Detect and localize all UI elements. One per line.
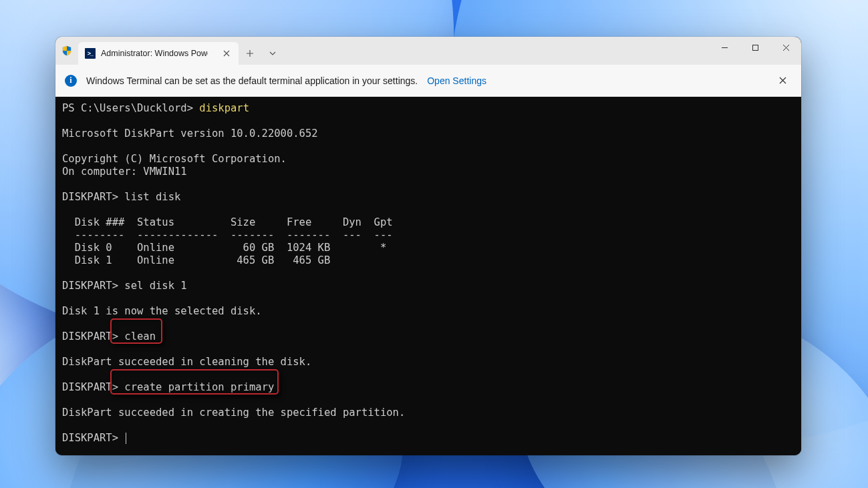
diskpart-prompt: DISKPART>: [62, 191, 124, 203]
output-line: Disk 1 is now the selected disk.: [62, 305, 262, 317]
open-settings-link[interactable]: Open Settings: [427, 75, 486, 86]
tab-close-button[interactable]: [220, 47, 233, 60]
minimize-button[interactable]: [709, 37, 740, 58]
output-line: DiskPart succeeded in cleaning the disk.: [62, 356, 311, 368]
output-line: Microsoft DiskPart version 10.0.22000.65…: [62, 128, 318, 140]
terminal-window: Administrator: Windows Powe i Windows Te…: [55, 37, 801, 455]
table-header: Disk ### Status Size Free Dyn Gpt: [62, 216, 393, 228]
info-icon: i: [65, 75, 77, 87]
command-seldisk: sel disk 1: [124, 280, 186, 292]
uac-shield-icon: [55, 37, 78, 65]
info-message: Windows Terminal can be set as the defau…: [86, 75, 418, 86]
new-tab-button[interactable]: [239, 42, 261, 65]
tab-active[interactable]: Administrator: Windows Powe: [78, 42, 239, 65]
svg-rect-0: [752, 45, 758, 50]
diskpart-prompt: DISKPART>: [62, 280, 124, 292]
maximize-button[interactable]: [740, 37, 770, 58]
output-line: Copyright (C) Microsoft Corporation.: [62, 153, 287, 165]
command-create-partition: create partition primary: [124, 381, 274, 393]
close-button[interactable]: [770, 37, 801, 58]
terminal-content[interactable]: PS C:\Users\Ducklord> diskpart Microsoft…: [55, 97, 801, 455]
table-divider: -------- ------------- ------- ------- -…: [62, 229, 393, 241]
command-clean: clean: [124, 330, 156, 342]
tab-dropdown-button[interactable]: [261, 42, 284, 65]
output-line: On computer: VMWIN11: [62, 166, 187, 178]
diskpart-prompt: DISKPART>: [62, 381, 124, 393]
cursor: [126, 433, 126, 444]
diskpart-prompt: DISKPART>: [62, 330, 124, 342]
tab-title: Administrator: Windows Powe: [101, 49, 208, 58]
powershell-icon: [85, 48, 96, 59]
ps-prompt: PS C:\Users\Ducklord>: [62, 102, 199, 114]
info-close-button[interactable]: [773, 71, 792, 90]
table-row: Disk 1 Online 465 GB 465 GB: [62, 254, 330, 266]
table-row: Disk 0 Online 60 GB 1024 KB *: [62, 242, 386, 254]
titlebar[interactable]: Administrator: Windows Powe: [55, 37, 801, 65]
output-line: DiskPart succeeded in creating the speci…: [62, 407, 405, 419]
command-listdisk: list disk: [124, 191, 180, 203]
info-bar: i Windows Terminal can be set as the def…: [55, 65, 801, 97]
command-diskpart: diskpart: [199, 102, 249, 114]
diskpart-prompt: DISKPART>: [62, 432, 124, 444]
